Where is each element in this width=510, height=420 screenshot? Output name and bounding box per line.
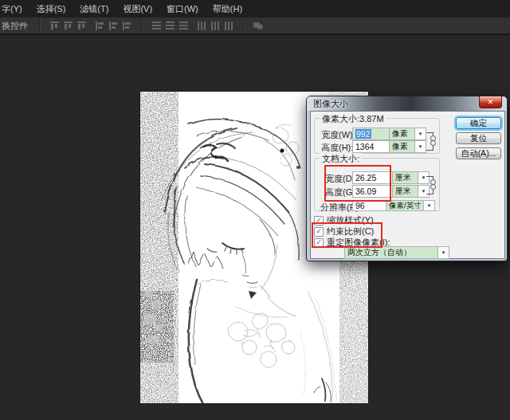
check-icon: ✓ (314, 227, 324, 237)
image-size-dialog: 图像大小 ✕ 像素大小:3.87M 宽度(W): 992 像素 ▼ 高度(H):… (306, 96, 508, 261)
menu-item-window[interactable]: 窗口(W) (159, 0, 206, 18)
align-bottom-edges-icon[interactable] (76, 21, 87, 31)
auto-align-layers-icon[interactable] (253, 21, 268, 31)
resample-method-value: 两次立方（自动） (345, 247, 437, 258)
menu-item-help[interactable]: 帮助(H) (206, 0, 249, 18)
chevron-down-icon[interactable]: ▼ (414, 128, 426, 139)
distribute-right-edges-icon[interactable] (224, 21, 234, 31)
menu-item-select[interactable]: 选择(S) (29, 0, 73, 18)
show-transform-controls-label[interactable]: 换控件 (0, 20, 34, 32)
menu-item-type[interactable]: 字(Y) (0, 0, 29, 18)
pixel-dimensions-label: 像素大小:3.87M (320, 113, 386, 125)
close-icon[interactable]: ✕ (479, 96, 502, 108)
align-left-edges-icon[interactable] (95, 21, 105, 31)
scale-styles-label: 缩放样式(Y) (327, 214, 374, 226)
selected-text: 992 (355, 129, 371, 139)
auto-button[interactable]: 自动(A)... (456, 147, 501, 159)
pixel-width-input[interactable]: 992 (352, 128, 390, 140)
doc-width-input[interactable]: 26.25 (352, 171, 394, 184)
constrain-proportions-label: 约束比例(C) (327, 226, 374, 237)
dialog-title: 图像大小 (313, 98, 348, 110)
ok-button[interactable]: 确定 (456, 117, 501, 129)
resample-method-select[interactable]: 两次立方（自动） ▼ (344, 246, 449, 259)
distribute-vertical-centers-icon[interactable] (165, 21, 175, 31)
scale-styles-checkbox[interactable]: ✓ 缩放样式(Y) (314, 214, 374, 226)
menu-bar: 字(Y) 选择(S) 滤镜(T) 视图(V) 窗口(W) 帮助(H) (0, 0, 510, 18)
pixel-width-unit-value: 像素 (390, 128, 414, 139)
pixel-height-unit-value: 像素 (390, 141, 414, 152)
reset-button[interactable]: 复位 (456, 132, 501, 144)
options-bar: 换控件 (0, 18, 510, 35)
doc-width-unit-value: 厘米 (393, 172, 418, 183)
distribute-horizontal-centers-icon[interactable] (210, 21, 221, 31)
pixel-dimensions-group: 像素大小:3.87M 宽度(W): 992 像素 ▼ 高度(H): 1364 像… (314, 118, 440, 154)
pixel-width-unit-select[interactable]: 像素 ▼ (389, 128, 426, 140)
check-icon: ✓ (314, 216, 324, 226)
distribute-bottom-edges-icon[interactable] (178, 21, 189, 31)
toolbar-separator (141, 19, 143, 32)
toolbar-separator (243, 19, 245, 32)
toolbar-separator (39, 19, 41, 32)
menu-item-filter[interactable]: 滤镜(T) (73, 0, 116, 18)
chain-link-icon (430, 136, 435, 146)
distribute-left-edges-icon[interactable] (197, 21, 207, 31)
dialog-body: 像素大小:3.87M 宽度(W): 992 像素 ▼ 高度(H): 1364 像… (310, 111, 505, 259)
align-top-edges-icon[interactable] (49, 21, 60, 31)
pixel-height-label: 高度(H): (321, 142, 353, 154)
chevron-down-icon[interactable]: ▼ (437, 247, 449, 258)
doc-height-input[interactable]: 36.09 (352, 185, 394, 198)
dialog-titlebar[interactable]: 图像大小 (307, 96, 507, 111)
document-size-group: 文档大小: 宽度(D): 26.25 厘米 ▼ 高度(G): 36.09 厘米 … (314, 158, 440, 211)
resolution-unit-value: 像素/英寸 (386, 201, 423, 210)
chain-link-icon (430, 180, 435, 190)
document-size-label: 文档大小: (320, 153, 362, 165)
resolution-input[interactable]: 96 (352, 200, 387, 211)
pixel-width-label: 宽度(W): (321, 129, 355, 141)
doc-width-unit-select[interactable]: 厘米 ▼ (392, 171, 430, 184)
chevron-down-icon[interactable]: ▼ (414, 141, 426, 152)
align-vertical-centers-icon[interactable] (63, 21, 73, 31)
pixel-height-input[interactable]: 1364 (352, 140, 390, 153)
menu-item-view[interactable]: 视图(V) (116, 0, 159, 18)
doc-height-unit-value: 厘米 (393, 186, 418, 197)
distribute-top-edges-icon[interactable] (151, 21, 162, 31)
doc-height-unit-select[interactable]: 厘米 ▼ (392, 185, 430, 198)
align-horizontal-centers-icon[interactable] (108, 21, 119, 31)
chevron-down-icon[interactable]: ▼ (423, 201, 434, 210)
check-icon: ✓ (314, 238, 324, 248)
align-right-edges-icon[interactable] (122, 21, 132, 31)
pixel-height-unit-select[interactable]: 像素 ▼ (389, 140, 426, 153)
resolution-unit-select[interactable]: 像素/英寸 ▼ (386, 200, 435, 211)
constrain-proportions-checkbox[interactable]: ✓ 约束比例(C) (314, 226, 374, 237)
